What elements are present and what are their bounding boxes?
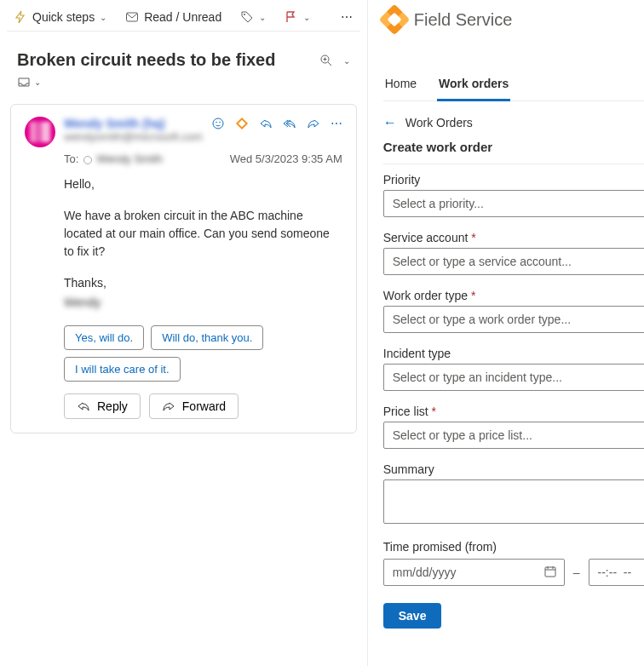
chevron-down-icon: ⌄	[259, 13, 266, 22]
back-icon[interactable]: ←	[383, 115, 397, 130]
svg-rect-11	[545, 567, 555, 577]
summary-label: Summary	[383, 462, 644, 476]
reply-all-icon[interactable]	[283, 117, 296, 130]
chevron-down-icon: ⌄	[100, 13, 106, 22]
read-unread-button[interactable]: Read / Unread	[118, 7, 228, 27]
breadcrumb: Work Orders	[405, 116, 473, 129]
field-service-pane: Field Service ✕ ⋯ Home Work orders ← Wor…	[368, 0, 644, 666]
fs-tabs: Home Work orders	[383, 70, 644, 101]
to-name: Wendy Smith	[97, 152, 163, 165]
body-signoff: Thanks,	[64, 274, 342, 292]
priority-select[interactable]: ⌄	[383, 190, 644, 217]
tag-icon	[240, 10, 254, 24]
chevron-down-icon[interactable]: ⌄	[34, 78, 41, 87]
email-timestamp: Wed 5/3/2023 9:35 AM	[230, 152, 342, 165]
quick-reply-2[interactable]: I will take care of it.	[64, 357, 181, 382]
mail-pane: Quick steps ⌄ Read / Unread ⌄ ⌄ ⋯	[0, 0, 368, 666]
priority-label: Priority	[383, 173, 644, 187]
quick-replies: Yes, will do. Will do, thank you. I will…	[64, 325, 342, 382]
service-account-lookup[interactable]	[383, 248, 644, 275]
date-input[interactable]	[391, 565, 543, 580]
tab-work-orders[interactable]: Work orders	[437, 70, 510, 101]
svg-point-1	[244, 14, 245, 15]
price-list-lookup[interactable]	[383, 422, 644, 449]
flag-icon	[285, 10, 298, 24]
quick-reply-0[interactable]: Yes, will do.	[64, 325, 144, 350]
read-unread-label: Read / Unread	[144, 10, 221, 24]
more-button[interactable]: ⋯	[334, 7, 359, 27]
quick-steps-button[interactable]: Quick steps ⌄	[7, 7, 113, 27]
summary-textarea[interactable]	[383, 479, 644, 524]
chevron-down-icon[interactable]: ⌄	[343, 56, 350, 66]
to-label: To:	[64, 152, 78, 165]
work-order-type-input[interactable]	[391, 312, 644, 327]
tab-home[interactable]: Home	[383, 70, 418, 100]
work-order-type-label: Work order type *	[383, 289, 644, 302]
time-input-wrap[interactable]	[589, 559, 644, 586]
body-main: We have a broken circuit in the ABC mach…	[64, 207, 342, 261]
work-order-type-lookup[interactable]	[383, 306, 644, 333]
range-dash: –	[573, 566, 580, 579]
service-account-input[interactable]	[391, 254, 644, 269]
date-input-wrap[interactable]	[383, 559, 565, 586]
page-title: Create work order	[383, 140, 492, 154]
flag-button[interactable]: ⌄	[278, 7, 317, 27]
time-promised-label: Time promised (from)	[383, 540, 644, 554]
calendar-icon	[543, 565, 557, 581]
forward-label: Forward	[182, 399, 226, 413]
incident-type-input[interactable]	[391, 370, 644, 385]
incident-type-lookup[interactable]	[383, 364, 644, 391]
svg-point-3	[213, 118, 223, 129]
priority-input[interactable]	[391, 196, 644, 211]
email-subject: Broken circuit needs to be fixed	[17, 50, 275, 70]
field-service-icon[interactable]	[235, 117, 249, 130]
chevron-down-icon: ⌄	[303, 13, 310, 22]
forward-icon[interactable]	[307, 117, 320, 130]
quick-reply-1[interactable]: Will do, thank you.	[151, 325, 263, 350]
reply-icon	[77, 399, 90, 413]
mail-toolbar: Quick steps ⌄ Read / Unread ⌄ ⌄ ⋯	[7, 3, 360, 32]
price-list-input[interactable]	[391, 428, 644, 443]
more-icon[interactable]: ⋯	[331, 117, 342, 130]
time-input[interactable]	[596, 565, 644, 580]
smiley-icon[interactable]	[211, 117, 225, 130]
field-service-title: Field Service	[414, 10, 513, 30]
reply-icon[interactable]	[259, 117, 273, 130]
message-card: Wendy Smith (hq) wendysmith@microsoft.co…	[10, 104, 357, 433]
zoom-icon[interactable]	[319, 54, 333, 67]
envelope-icon	[125, 10, 139, 24]
more-icon: ⋯	[341, 10, 353, 24]
body-greeting: Hello,	[64, 175, 342, 193]
inbox-icon[interactable]	[17, 75, 31, 89]
avatar	[25, 117, 55, 147]
save-button[interactable]: Save	[383, 603, 442, 629]
reply-label: Reply	[97, 399, 128, 413]
svg-rect-0	[127, 13, 138, 21]
svg-rect-6	[237, 118, 246, 128]
subject-row: Broken circuit needs to be fixed ⌄ ⌄	[7, 42, 360, 97]
presence-icon	[83, 156, 92, 164]
forward-icon	[162, 399, 175, 413]
service-account-label: Service account *	[383, 231, 644, 244]
sender-email: wendysmith@microsoft.com	[64, 130, 203, 143]
forward-button[interactable]: Forward	[149, 393, 239, 419]
svg-point-4	[216, 122, 217, 123]
quick-steps-label: Quick steps	[32, 10, 95, 24]
svg-point-5	[219, 122, 221, 123]
incident-type-label: Incident type	[383, 347, 644, 360]
email-body: Hello, We have a broken circuit in the A…	[64, 175, 342, 312]
reply-button[interactable]: Reply	[64, 393, 141, 419]
lightning-icon	[14, 10, 27, 24]
tag-button[interactable]: ⌄	[233, 7, 273, 27]
price-list-label: Price list *	[383, 405, 644, 418]
body-sig-name: Wendy	[64, 294, 101, 312]
sender-name: Wendy Smith (hq)	[64, 117, 203, 130]
